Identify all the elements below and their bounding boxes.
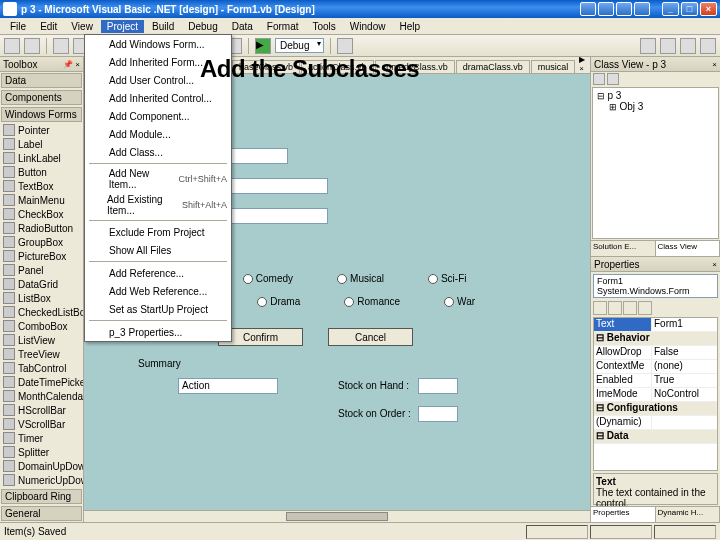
toolbar-icon[interactable] bbox=[337, 38, 353, 54]
pin-icon[interactable]: × bbox=[712, 260, 717, 269]
pin-icon[interactable]: × bbox=[712, 60, 717, 69]
toolbox-cat-clipboard[interactable]: Clipboard Ring bbox=[1, 489, 82, 504]
tab-class-view[interactable]: Class View bbox=[656, 241, 721, 256]
toolbox-item[interactable]: RadioButton bbox=[0, 221, 83, 235]
toolbar-icon[interactable] bbox=[4, 38, 20, 54]
menu-item[interactable]: Add Module... bbox=[85, 125, 231, 143]
close-button[interactable]: × bbox=[700, 2, 717, 16]
class-tree[interactable]: ⊟ p 3 ⊞ Obj 3 bbox=[592, 87, 719, 239]
toolbox-item[interactable]: VScrollBar bbox=[0, 417, 83, 431]
property-row[interactable]: TextForm1 bbox=[594, 318, 717, 332]
menu-item[interactable]: Show All Files bbox=[85, 241, 231, 259]
horizontal-scrollbar[interactable] bbox=[84, 510, 590, 522]
prop-sort-icon[interactable] bbox=[593, 301, 607, 315]
toolbox-item[interactable]: ListView bbox=[0, 333, 83, 347]
toolbox-item[interactable]: NumericUpDown bbox=[0, 473, 83, 487]
toolbox-item[interactable]: MainMenu bbox=[0, 193, 83, 207]
property-row[interactable]: ⊟ Configurations bbox=[594, 402, 717, 416]
toolbar-icon[interactable] bbox=[700, 38, 716, 54]
toolbox-item[interactable]: DomainUpDown bbox=[0, 459, 83, 473]
toolbox-item[interactable]: DateTimePicker bbox=[0, 375, 83, 389]
radio-option[interactable]: Drama bbox=[257, 296, 300, 307]
prop-events-icon[interactable] bbox=[638, 301, 652, 315]
property-row[interactable]: ⊟ Data bbox=[594, 430, 717, 444]
prop-page-icon[interactable] bbox=[623, 301, 637, 315]
menu-window[interactable]: Window bbox=[344, 20, 392, 33]
toolbox-item[interactable]: Label bbox=[0, 137, 83, 151]
mid-btn-4[interactable] bbox=[634, 2, 650, 16]
menu-item[interactable]: Add New Item...Ctrl+Shift+A bbox=[85, 166, 231, 192]
pin-icon[interactable]: 📌 × bbox=[63, 60, 80, 69]
toolbox-item[interactable]: Button bbox=[0, 165, 83, 179]
property-row[interactable]: ⊟ Behavior bbox=[594, 332, 717, 346]
toolbar-icon[interactable] bbox=[24, 38, 40, 54]
menu-item[interactable]: Add Reference... bbox=[85, 264, 231, 282]
menu-help[interactable]: Help bbox=[393, 20, 426, 33]
toolbar-icon[interactable] bbox=[680, 38, 696, 54]
toolbox-item[interactable]: ListBox bbox=[0, 291, 83, 305]
menu-item[interactable]: Exclude From Project bbox=[85, 223, 231, 241]
toolbar-icon[interactable] bbox=[660, 38, 676, 54]
maximize-button[interactable]: □ bbox=[681, 2, 698, 16]
config-combo[interactable]: Debug bbox=[275, 38, 324, 53]
menu-view[interactable]: View bbox=[65, 20, 99, 33]
radio-option[interactable]: Sci-Fi bbox=[428, 273, 467, 284]
property-row[interactable]: (Dynamic) bbox=[594, 416, 717, 430]
radio-option[interactable]: Comedy bbox=[243, 273, 293, 284]
radio-option[interactable]: Musical bbox=[337, 273, 384, 284]
toolbar-icon[interactable] bbox=[640, 38, 656, 54]
menu-item[interactable]: Add Inherited Control... bbox=[85, 89, 231, 107]
input-stock-hand[interactable] bbox=[418, 378, 458, 394]
toolbox-item[interactable]: Splitter bbox=[0, 445, 83, 459]
toolbox-item[interactable]: PictureBox bbox=[0, 249, 83, 263]
toolbox-item[interactable]: MonthCalendar bbox=[0, 389, 83, 403]
input-stock-order[interactable] bbox=[418, 406, 458, 422]
menu-build[interactable]: Build bbox=[146, 20, 180, 33]
toolbox-cat-winforms[interactable]: Windows Forms bbox=[1, 107, 82, 122]
toolbox-item[interactable]: HScrollBar bbox=[0, 403, 83, 417]
toolbox-item[interactable]: DataGrid bbox=[0, 277, 83, 291]
toolbox-item[interactable]: TrackBar bbox=[0, 487, 83, 488]
properties-grid[interactable]: TextForm1⊟ BehaviorAllowDropFalseContext… bbox=[593, 317, 718, 471]
toolbox-item[interactable]: Panel bbox=[0, 263, 83, 277]
toolbox-item[interactable]: GroupBox bbox=[0, 235, 83, 249]
toolbox-item[interactable]: Pointer bbox=[0, 123, 83, 137]
mid-btn-2[interactable] bbox=[598, 2, 614, 16]
mid-btn-3[interactable] bbox=[616, 2, 632, 16]
property-row[interactable]: ImeModeNoControl bbox=[594, 388, 717, 402]
menu-format[interactable]: Format bbox=[261, 20, 305, 33]
classview-tool-icon[interactable] bbox=[593, 73, 605, 85]
toolbox-cat-general[interactable]: General bbox=[1, 506, 82, 521]
mid-btn-1[interactable] bbox=[580, 2, 596, 16]
menu-project[interactable]: Project bbox=[101, 20, 144, 33]
tab-dynamic-help[interactable]: Dynamic H... bbox=[656, 507, 721, 522]
menu-item[interactable]: Add Class... bbox=[85, 143, 231, 161]
property-row[interactable]: AllowDropFalse bbox=[594, 346, 717, 360]
property-row[interactable]: ContextMe(none) bbox=[594, 360, 717, 374]
menu-item[interactable]: p_3 Properties... bbox=[85, 323, 231, 341]
run-icon[interactable]: ▶ bbox=[255, 38, 271, 54]
minimize-button[interactable]: _ bbox=[662, 2, 679, 16]
menu-data[interactable]: Data bbox=[226, 20, 259, 33]
menu-item[interactable]: Add Component... bbox=[85, 107, 231, 125]
tab-nav[interactable]: ◀ ▶ × bbox=[576, 57, 590, 73]
combo-category[interactable]: Action bbox=[178, 378, 278, 394]
classview-tool-icon[interactable] bbox=[607, 73, 619, 85]
toolbox-item[interactable]: CheckedListBox bbox=[0, 305, 83, 319]
menu-debug[interactable]: Debug bbox=[182, 20, 223, 33]
toolbox-item[interactable]: ComboBox bbox=[0, 319, 83, 333]
toolbox-item[interactable]: TabControl bbox=[0, 361, 83, 375]
tab-properties[interactable]: Properties bbox=[591, 507, 656, 522]
property-row[interactable]: EnabledTrue bbox=[594, 374, 717, 388]
properties-object-combo[interactable]: Form1 System.Windows.Form bbox=[593, 274, 718, 298]
toolbox-cat-components[interactable]: Components bbox=[1, 90, 82, 105]
menu-item[interactable]: Add Web Reference... bbox=[85, 282, 231, 300]
toolbox-item[interactable]: CheckBox bbox=[0, 207, 83, 221]
tab-solution-explorer[interactable]: Solution E... bbox=[591, 241, 656, 256]
menu-item[interactable]: Set as StartUp Project bbox=[85, 300, 231, 318]
menu-item[interactable]: Add Existing Item...Shift+Alt+A bbox=[85, 192, 231, 218]
toolbox-item[interactable]: TextBox bbox=[0, 179, 83, 193]
toolbar-icon[interactable] bbox=[53, 38, 69, 54]
cancel-button[interactable]: Cancel bbox=[328, 328, 413, 346]
toolbox-item[interactable]: Timer bbox=[0, 431, 83, 445]
